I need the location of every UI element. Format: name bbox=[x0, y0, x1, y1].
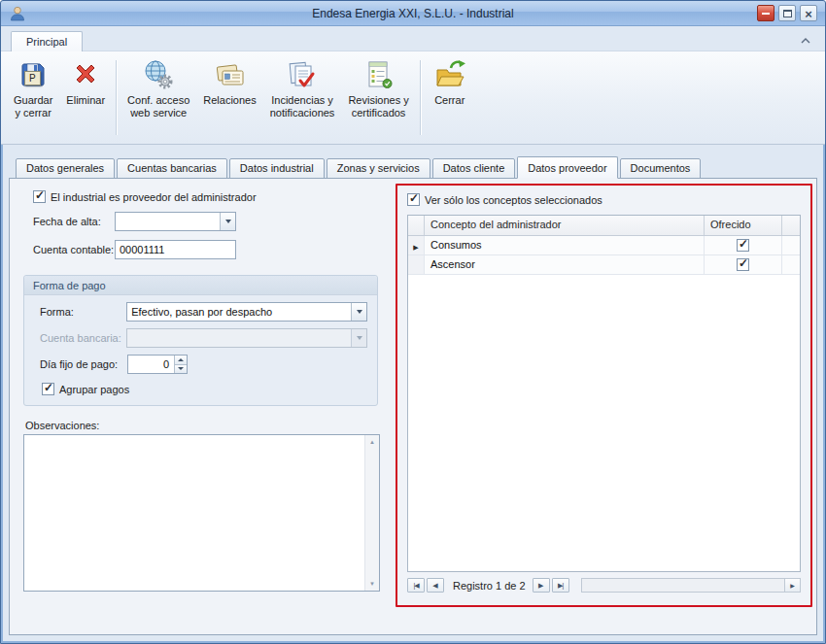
row-indicator-cell bbox=[408, 236, 425, 254]
fecha-alta-combo[interactable] bbox=[115, 212, 236, 231]
page-tabstrip: Datos generales Cuentas bancarias Datos … bbox=[9, 156, 817, 179]
tab-documentos[interactable]: Documentos bbox=[620, 158, 702, 179]
tab-datos-cliente[interactable]: Datos cliente bbox=[432, 158, 516, 179]
maximize-icon bbox=[783, 10, 792, 17]
close-folder-icon bbox=[434, 59, 465, 90]
button-label: Revisiones y certificados bbox=[348, 94, 408, 119]
row-indicator-header bbox=[408, 216, 425, 235]
eliminar-button[interactable]: Eliminar bbox=[59, 54, 112, 141]
ofrecido-cell bbox=[705, 255, 782, 274]
forma-label: Forma: bbox=[40, 306, 126, 318]
first-record-button[interactable] bbox=[407, 578, 425, 593]
maximize-button[interactable] bbox=[778, 5, 796, 21]
fecha-alta-label: Fecha de alta: bbox=[33, 216, 115, 227]
grid-row-consumos[interactable]: Consumos bbox=[408, 236, 800, 255]
record-counter: Registro 1 de 2 bbox=[453, 580, 526, 592]
tab-cuentas-bancarias[interactable]: Cuentas bancarias bbox=[117, 158, 227, 179]
ribbon-tab-principal[interactable]: Principal bbox=[11, 31, 83, 51]
button-label: Eliminar bbox=[66, 94, 105, 107]
ofrecido-checkbox[interactable] bbox=[737, 258, 749, 271]
dia-fijo-spinner[interactable]: 0 bbox=[127, 355, 188, 374]
button-label: Relaciones bbox=[203, 94, 256, 107]
cuenta-bancaria-value bbox=[127, 329, 351, 347]
revisiones-certificados-button[interactable]: Revisiones y certificados bbox=[341, 54, 415, 141]
observaciones-textarea[interactable] bbox=[23, 434, 380, 592]
checklist-icon bbox=[363, 59, 395, 90]
delete-icon bbox=[70, 59, 101, 90]
guardar-cerrar-button[interactable]: Guardar y cerrar bbox=[7, 54, 59, 141]
grid-header-row: Concepto del administrador Ofrecido bbox=[408, 216, 800, 236]
es-proveedor-checkbox[interactable] bbox=[33, 190, 46, 203]
chevron-down-icon[interactable] bbox=[220, 213, 235, 230]
conceptos-grid: Concepto del administrador Ofrecido Cons… bbox=[407, 215, 801, 572]
previous-record-button[interactable] bbox=[427, 578, 444, 593]
row-indicator-cell bbox=[408, 255, 425, 274]
window-controls bbox=[757, 5, 817, 21]
tab-content: El industrial es proveedor del administr… bbox=[9, 178, 817, 635]
forma-value: Efectivo, pasan por despacho bbox=[127, 303, 351, 321]
relaciones-button[interactable]: Relaciones bbox=[196, 54, 262, 141]
ribbon-separator bbox=[420, 60, 421, 135]
fecha-alta-value bbox=[116, 213, 220, 230]
scroll-down-icon[interactable] bbox=[365, 577, 379, 591]
ribbon-tab-row: Principal bbox=[1, 26, 825, 51]
column-header-concepto[interactable]: Concepto del administrador bbox=[425, 216, 705, 235]
ribbon-collapse-button[interactable] bbox=[796, 31, 815, 47]
titlebar: Endesa Energia XXI, S.L.U. - Industrial bbox=[1, 1, 825, 26]
incidencias-notificaciones-button[interactable]: Incidencias y notificaciones bbox=[263, 54, 342, 141]
ribbon-body: Guardar y cerrar Eliminar Conf. acceso w… bbox=[1, 51, 825, 144]
chevron-up-icon bbox=[801, 30, 810, 48]
concepto-cell[interactable]: Consumos bbox=[425, 236, 705, 254]
tab-zonas-servicios[interactable]: Zonas y servicios bbox=[327, 158, 430, 179]
close-icon bbox=[805, 5, 812, 22]
chevron-down-icon[interactable] bbox=[351, 303, 366, 321]
main-area: Datos generales Cuentas bancarias Datos … bbox=[1, 145, 825, 643]
cuenta-bancaria-combo bbox=[126, 328, 367, 348]
scroll-up-icon[interactable] bbox=[365, 435, 379, 449]
minimize-icon bbox=[762, 13, 770, 15]
spin-down-button[interactable] bbox=[175, 365, 187, 374]
ver-solo-conceptos-checkbox[interactable] bbox=[407, 193, 420, 206]
scrollbar-track[interactable] bbox=[582, 579, 784, 592]
scroll-right-icon[interactable] bbox=[784, 579, 800, 592]
conceptos-pane: Ver sólo los conceptos seleccionados Con… bbox=[386, 181, 814, 632]
close-button[interactable] bbox=[800, 5, 817, 21]
grid-row-ascensor[interactable]: Ascensor bbox=[408, 255, 800, 275]
button-label: Incidencias y notificaciones bbox=[270, 94, 335, 119]
last-record-button[interactable] bbox=[552, 578, 569, 593]
column-header-ofrecido[interactable]: Ofrecido bbox=[705, 216, 782, 235]
agrupar-pagos-label: Agrupar pagos bbox=[59, 384, 129, 395]
spin-up-button[interactable] bbox=[175, 356, 187, 365]
button-label: Guardar y cerrar bbox=[14, 94, 52, 119]
tab-datos-proveedor[interactable]: Datos proveedor bbox=[517, 156, 617, 179]
notes-check-icon bbox=[287, 59, 318, 90]
cuenta-contable-label: Cuenta contable: bbox=[33, 244, 115, 255]
vertical-scrollbar[interactable] bbox=[364, 435, 379, 591]
agrupar-pagos-checkbox[interactable] bbox=[42, 383, 54, 395]
cuenta-contable-input[interactable] bbox=[115, 240, 236, 259]
minimize-button[interactable] bbox=[757, 5, 774, 21]
user-icon[interactable] bbox=[9, 5, 26, 22]
tab-datos-generales[interactable]: Datos generales bbox=[16, 158, 115, 179]
ribbon: Principal Guardar y cerrar Eliminar bbox=[1, 26, 825, 145]
tab-datos-industrial[interactable]: Datos industrial bbox=[229, 158, 325, 179]
horizontal-scrollbar[interactable] bbox=[581, 578, 801, 593]
cuenta-bancaria-label: Cuenta bancaria: bbox=[40, 332, 126, 344]
concepto-cell[interactable]: Ascensor bbox=[425, 255, 705, 274]
observaciones-value[interactable] bbox=[24, 435, 364, 591]
annotation-rectangle: Ver sólo los conceptos seleccionados Con… bbox=[396, 184, 812, 607]
app-window: Endesa Energia XXI, S.L.U. - Industrial … bbox=[0, 0, 826, 644]
grid-header-filler bbox=[782, 216, 800, 235]
button-label: Conf. acceso web service bbox=[127, 94, 189, 119]
forma-combo[interactable]: Efectivo, pasan por despacho bbox=[126, 302, 367, 322]
grid-empty-area bbox=[408, 275, 800, 571]
keytip-badge: P bbox=[24, 71, 41, 85]
ofrecido-checkbox[interactable] bbox=[737, 239, 749, 252]
es-proveedor-label: El industrial es proveedor del administr… bbox=[51, 191, 257, 203]
forma-de-pago-group: Forma de pago Forma: Efectivo, pasan por… bbox=[23, 275, 378, 406]
observaciones-label: Observaciones: bbox=[25, 420, 382, 431]
conf-acceso-web-service-button[interactable]: Conf. acceso web service bbox=[120, 54, 196, 141]
next-record-button[interactable] bbox=[533, 578, 550, 593]
cerrar-button[interactable]: Cerrar bbox=[425, 54, 475, 141]
button-label: Cerrar bbox=[434, 94, 465, 107]
